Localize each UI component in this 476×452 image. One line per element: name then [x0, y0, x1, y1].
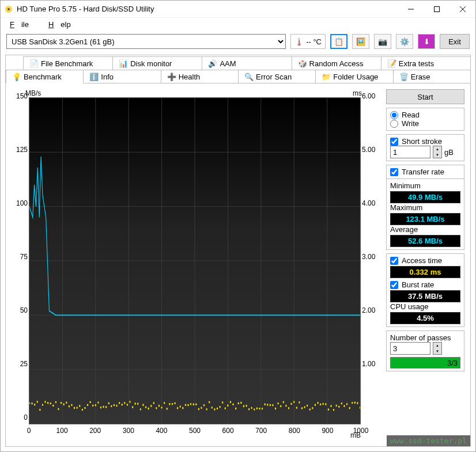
svg-point-71 — [153, 402, 154, 404]
passes-spinner[interactable]: ▲▼ — [433, 342, 442, 355]
svg-point-56 — [114, 404, 115, 407]
thermometer-icon: 🌡️ — [294, 37, 304, 46]
svg-point-82 — [182, 407, 183, 409]
tab-erase[interactable]: 🗑️Erase — [393, 70, 471, 83]
svg-point-99 — [227, 404, 228, 407]
svg-point-68 — [145, 406, 146, 408]
minimize-button[interactable] — [398, 1, 424, 18]
svg-point-75 — [164, 402, 165, 404]
svg-point-1 — [7, 8, 10, 10]
svg-rect-3 — [434, 6, 439, 12]
save-button[interactable]: ⬇ — [418, 34, 435, 49]
svg-point-132 — [315, 404, 316, 406]
svg-point-53 — [105, 406, 107, 408]
copy-screenshot-button[interactable]: 🖼️ — [352, 34, 369, 49]
svg-point-37 — [63, 403, 65, 405]
svg-point-59 — [122, 404, 123, 406]
window-title: HD Tune Pro 5.75 - Hard Disk/SSD Utility — [17, 5, 398, 13]
maximize-button[interactable] — [424, 1, 449, 18]
svg-point-58 — [119, 402, 120, 404]
svg-point-66 — [140, 408, 141, 411]
svg-point-74 — [161, 407, 162, 409]
svg-point-77 — [169, 403, 170, 405]
svg-point-78 — [172, 403, 173, 405]
svg-point-111 — [259, 408, 260, 410]
svg-point-29 — [42, 404, 43, 406]
svg-point-54 — [108, 402, 109, 404]
svg-point-134 — [320, 403, 321, 405]
x-axis: mB 01002003004005006007008009001000 — [29, 426, 361, 440]
svg-point-139 — [333, 409, 334, 411]
benchmark-icon: 💡 — [12, 72, 21, 81]
tab-extra-tests[interactable]: 📝Extra tests — [381, 56, 471, 70]
menubar: File Help — [1, 18, 475, 31]
passes-group: Number of passes ▲▼ 3/3 — [386, 331, 464, 371]
svg-point-108 — [251, 407, 252, 409]
svg-point-90 — [203, 404, 205, 407]
svg-point-83 — [185, 404, 186, 406]
write-radio[interactable]: Write — [390, 119, 460, 128]
read-radio[interactable]: Read — [390, 111, 460, 119]
svg-point-120 — [283, 401, 284, 403]
maximum-value: 123.1 MB/s — [390, 213, 460, 225]
search-icon: 🔍 — [244, 72, 254, 81]
short-stroke-spinner[interactable]: ▲▼ — [433, 146, 442, 158]
svg-point-65 — [137, 402, 138, 405]
transfer-rate-check[interactable]: Transfer rate — [390, 168, 460, 176]
copy-info-button[interactable]: 📋 — [330, 34, 347, 49]
svg-point-133 — [317, 402, 318, 404]
svg-point-144 — [346, 403, 347, 405]
svg-point-130 — [309, 408, 311, 411]
dice-icon: 🎲 — [298, 59, 307, 68]
passes-input[interactable] — [390, 342, 430, 355]
menu-help[interactable]: Help — [41, 19, 78, 30]
app-icon — [4, 5, 13, 14]
tab-disk-monitor[interactable]: 📊Disk monitor — [112, 56, 202, 70]
mode-group: Read Write — [386, 108, 464, 131]
svg-point-84 — [187, 404, 188, 407]
tab-random-access[interactable]: 🎲Random Access — [292, 56, 381, 70]
svg-point-73 — [158, 405, 160, 407]
access-time-group: Access time 0.332 ms Burst rate 37.5 MB/… — [386, 253, 464, 327]
options-button[interactable]: ⚙️ — [396, 34, 413, 49]
exit-button[interactable]: Exit — [440, 34, 470, 49]
svg-point-70 — [150, 405, 152, 407]
svg-point-62 — [129, 401, 130, 403]
menu-file[interactable]: File — [3, 19, 36, 30]
tab-health[interactable]: ➕Health — [161, 70, 239, 83]
cpu-usage-value: 4.5% — [390, 312, 460, 324]
svg-point-47 — [89, 401, 90, 403]
average-value: 52.6 MB/s — [390, 235, 460, 247]
svg-point-86 — [193, 403, 194, 405]
tab-aam[interactable]: 🔊AAM — [202, 56, 292, 70]
svg-point-49 — [95, 404, 96, 407]
tab-benchmark[interactable]: 💡Benchmark — [6, 70, 84, 83]
svg-point-87 — [195, 403, 197, 405]
tab-folder-usage[interactable]: 📁Folder Usage — [315, 70, 393, 83]
svg-point-122 — [288, 407, 289, 409]
access-time-check[interactable]: Access time — [390, 256, 460, 265]
device-select[interactable]: USB SanDisk 3.2Gen1 (61 gB) — [6, 34, 286, 49]
tab-info[interactable]: ℹ️Info — [83, 70, 161, 83]
tests-icon: 📝 — [387, 59, 396, 68]
screenshot-button[interactable]: 📷 — [374, 34, 391, 49]
short-stroke-input[interactable] — [390, 146, 430, 158]
close-button[interactable] — [449, 1, 475, 18]
svg-point-136 — [325, 403, 326, 405]
benchmark-panel: MB/s 1501251007550250 ms 6.005.004.003.0… — [6, 83, 470, 446]
svg-point-52 — [103, 406, 104, 408]
svg-point-93 — [211, 407, 213, 409]
start-button[interactable]: Start — [386, 89, 464, 104]
svg-point-119 — [280, 405, 281, 408]
svg-point-41 — [74, 407, 75, 409]
svg-point-44 — [82, 409, 83, 411]
svg-point-28 — [39, 409, 40, 411]
trash-icon: 🗑️ — [399, 72, 409, 81]
tab-error-scan[interactable]: 🔍Error Scan — [238, 70, 316, 83]
short-stroke-check[interactable]: Short stroke — [390, 137, 460, 146]
tab-file-benchmark[interactable]: 📄File Benchmark — [23, 56, 113, 70]
folder-icon: 📁 — [322, 72, 331, 81]
burst-rate-check[interactable]: Burst rate — [390, 280, 460, 289]
svg-point-142 — [341, 402, 342, 405]
progress-bar: 3/3 — [390, 357, 460, 369]
